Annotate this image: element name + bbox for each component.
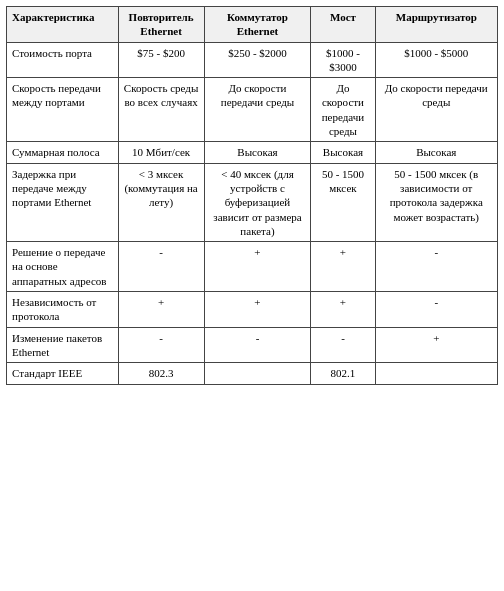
table-row: Изменение пакетов Ethernet---+ xyxy=(7,327,498,363)
table-row: Стандарт IEEE802.3802.1 xyxy=(7,363,498,384)
cell-3-router: 50 - 1500 мксек (в зависимости от проток… xyxy=(375,163,497,241)
cell-2-switch: Высокая xyxy=(204,142,311,163)
cell-2-bridge: Высокая xyxy=(311,142,375,163)
col-header-bridge: Мост xyxy=(311,7,375,43)
cell-7-repeater: 802.3 xyxy=(118,363,204,384)
table-row: Решение о передаче на основе аппаратных … xyxy=(7,242,498,292)
cell-5-switch: + xyxy=(204,292,311,328)
col-header-feature: Характеристика xyxy=(7,7,119,43)
cell-7-bridge: 802.1 xyxy=(311,363,375,384)
table-row: Скорость передачи между портамиСкорость … xyxy=(7,78,498,142)
table-row: Независимость от протокола+++- xyxy=(7,292,498,328)
table-row: Задержка при передаче между портами Ethe… xyxy=(7,163,498,241)
cell-3-bridge: 50 - 1500 мксек xyxy=(311,163,375,241)
cell-0-bridge: $1000 - $3000 xyxy=(311,42,375,78)
cell-6-switch: - xyxy=(204,327,311,363)
cell-6-router: + xyxy=(375,327,497,363)
cell-6-feature: Изменение пакетов Ethernet xyxy=(7,327,119,363)
cell-7-feature: Стандарт IEEE xyxy=(7,363,119,384)
table-row: Суммарная полоса10 Мбит/секВысокаяВысока… xyxy=(7,142,498,163)
cell-3-switch: < 40 мксек (для устройств с буферизацией… xyxy=(204,163,311,241)
cell-2-router: Высокая xyxy=(375,142,497,163)
cell-0-router: $1000 - $5000 xyxy=(375,42,497,78)
cell-0-feature: Стоимость порта xyxy=(7,42,119,78)
cell-5-router: - xyxy=(375,292,497,328)
cell-7-router xyxy=(375,363,497,384)
cell-3-repeater: < 3 мксек (коммутация на лету) xyxy=(118,163,204,241)
col-header-switch: Коммутатор Ethernet xyxy=(204,7,311,43)
cell-1-bridge: До скорости передачи среды xyxy=(311,78,375,142)
cell-4-router: - xyxy=(375,242,497,292)
cell-2-feature: Суммарная полоса xyxy=(7,142,119,163)
cell-1-switch: До скорости передачи среды xyxy=(204,78,311,142)
cell-2-repeater: 10 Мбит/сек xyxy=(118,142,204,163)
cell-0-switch: $250 - $2000 xyxy=(204,42,311,78)
col-header-router: Маршрутизатор xyxy=(375,7,497,43)
cell-0-repeater: $75 - $200 xyxy=(118,42,204,78)
comparison-table: Характеристика Повторитель Ethernet Комм… xyxy=(6,6,498,385)
cell-4-feature: Решение о передаче на основе аппаратных … xyxy=(7,242,119,292)
cell-4-switch: + xyxy=(204,242,311,292)
cell-6-repeater: - xyxy=(118,327,204,363)
cell-1-repeater: Скорость среды во всех случаях xyxy=(118,78,204,142)
cell-4-repeater: - xyxy=(118,242,204,292)
cell-1-router: До скорости передачи среды xyxy=(375,78,497,142)
table-row: Стоимость порта$75 - $200$250 - $2000$10… xyxy=(7,42,498,78)
cell-7-switch xyxy=(204,363,311,384)
cell-1-feature: Скорость передачи между портами xyxy=(7,78,119,142)
cell-5-repeater: + xyxy=(118,292,204,328)
cell-4-bridge: + xyxy=(311,242,375,292)
cell-3-feature: Задержка при передаче между портами Ethe… xyxy=(7,163,119,241)
col-header-repeater: Повторитель Ethernet xyxy=(118,7,204,43)
cell-5-bridge: + xyxy=(311,292,375,328)
cell-5-feature: Независимость от протокола xyxy=(7,292,119,328)
cell-6-bridge: - xyxy=(311,327,375,363)
